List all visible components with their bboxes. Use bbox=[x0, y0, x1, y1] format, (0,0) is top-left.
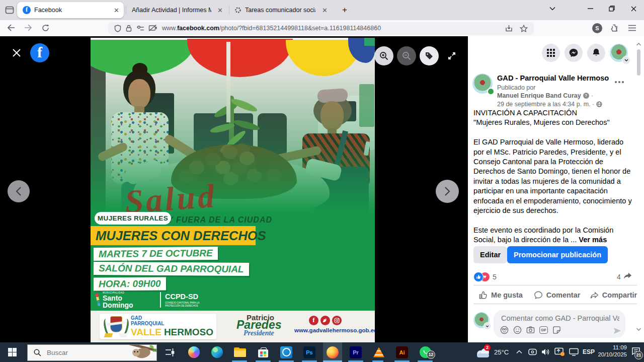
taskbar-search-box[interactable] bbox=[27, 344, 157, 361]
reaction-count[interactable]: 5 bbox=[493, 273, 497, 281]
clock-time: 11:09 bbox=[597, 344, 627, 350]
comment-input[interactable] bbox=[500, 314, 620, 323]
back-button[interactable] bbox=[7, 24, 15, 31]
file-explorer-icon[interactable] bbox=[230, 342, 250, 362]
screenshare-blocked-icon[interactable] bbox=[148, 25, 157, 32]
tray-chevron-icon[interactable] bbox=[516, 350, 522, 354]
photoshop-icon[interactable]: Ps bbox=[300, 342, 319, 362]
previous-photo-button[interactable] bbox=[8, 180, 30, 202]
emoji-icon[interactable] bbox=[513, 326, 522, 334]
extension-s-icon[interactable]: S bbox=[592, 23, 602, 33]
temperature-label[interactable]: 25°C bbox=[494, 348, 509, 356]
scrollbar-down-icon[interactable] bbox=[636, 327, 641, 331]
screen-cast-icon[interactable] bbox=[554, 347, 565, 356]
zoom-out-icon[interactable] bbox=[397, 46, 416, 65]
edit-button[interactable]: Editar bbox=[473, 246, 507, 263]
edge-icon[interactable] bbox=[207, 342, 226, 362]
notifications-bell-icon[interactable] bbox=[587, 44, 605, 62]
tab-list-chevron-icon[interactable] bbox=[542, 0, 562, 17]
scrollbar-up-icon[interactable] bbox=[636, 42, 641, 46]
tab-informes[interactable]: Añadir Actividad | Informes Mensua ✕ bbox=[126, 2, 227, 18]
tab-close-icon[interactable]: ✕ bbox=[317, 7, 332, 14]
url-text[interactable]: www.facebook.com/photo/?fbid=68135214499… bbox=[162, 25, 381, 32]
outlook-icon[interactable] bbox=[277, 342, 296, 362]
camera-icon[interactable] bbox=[526, 326, 535, 334]
post-options-icon[interactable] bbox=[618, 81, 620, 83]
comment-button[interactable]: Comentar bbox=[530, 287, 584, 303]
tab-facebook[interactable]: f Facebook ✕ bbox=[17, 2, 124, 18]
comment-composer[interactable]: GIF bbox=[494, 310, 625, 338]
fullscreen-icon[interactable] bbox=[442, 46, 461, 65]
copilot-icon[interactable] bbox=[184, 342, 203, 362]
reload-button[interactable] bbox=[42, 24, 49, 32]
venue-strip: SALÓN DEL GAD PARROQUIAL bbox=[94, 262, 249, 276]
like-button[interactable]: Me gusta bbox=[473, 287, 528, 303]
apps-grid-icon[interactable] bbox=[542, 44, 560, 62]
firefox-icon[interactable] bbox=[323, 342, 342, 362]
share-button[interactable]: Compartir bbox=[586, 287, 640, 303]
tab-close-icon[interactable]: ✕ bbox=[109, 7, 124, 14]
search-input[interactable] bbox=[46, 348, 113, 357]
next-photo-button[interactable] bbox=[436, 180, 459, 203]
see-more-link[interactable]: Ver más bbox=[579, 236, 607, 244]
promote-button[interactable]: Promocionar publicación bbox=[507, 246, 608, 263]
gif-icon[interactable]: GIF bbox=[539, 326, 548, 334]
share-count[interactable]: 4 bbox=[617, 273, 621, 281]
volume-icon[interactable] bbox=[541, 348, 550, 356]
share-label: Compartir bbox=[602, 291, 637, 299]
lock-icon[interactable] bbox=[126, 25, 132, 32]
messenger-icon[interactable] bbox=[565, 44, 583, 62]
santo-domingo-logo: MUNICIPALIDAD Santo Domingo bbox=[97, 292, 157, 309]
minimize-button[interactable] bbox=[580, 0, 600, 17]
logo-divider bbox=[160, 292, 161, 308]
date-strip: MARTES 7 DE OCTUBRE bbox=[94, 247, 218, 261]
restore-button[interactable] bbox=[602, 0, 622, 17]
forward-button[interactable] bbox=[24, 24, 32, 31]
premiere-icon[interactable]: Pr bbox=[346, 342, 365, 362]
avatar-sticker-icon[interactable] bbox=[500, 326, 509, 334]
send-icon[interactable] bbox=[613, 327, 621, 334]
taskbar-clock[interactable]: 11:09 20/10/2025 bbox=[597, 344, 627, 357]
scrollbar-thumb[interactable] bbox=[637, 49, 640, 76]
search-highlight-sloth bbox=[126, 345, 156, 360]
vlc-icon[interactable] bbox=[369, 342, 388, 362]
menu-hamburger-icon[interactable] bbox=[628, 25, 636, 31]
page-name[interactable]: GAD - Parroquial Valle Hermoso bbox=[497, 74, 609, 82]
firefox-view-icon[interactable] bbox=[5, 5, 15, 15]
sticker-icon[interactable] bbox=[552, 326, 561, 334]
like-reaction-icon[interactable] bbox=[473, 272, 484, 282]
composer-avatar-chevron-icon[interactable] bbox=[484, 322, 491, 330]
microsoft-store-icon[interactable] bbox=[254, 342, 273, 362]
new-tab-button[interactable]: + bbox=[338, 4, 351, 17]
gad-lockup: GAD PARROQUIAL VALLEHERMOSO bbox=[131, 315, 213, 338]
tab-divider bbox=[126, 6, 126, 15]
tab-close-icon[interactable]: ✕ bbox=[213, 7, 227, 14]
post-timestamp[interactable]: 29 de septiembre a las 4:34 p. m. · bbox=[497, 101, 594, 108]
shield-icon[interactable] bbox=[114, 25, 121, 32]
weather-icon[interactable]: 2 bbox=[476, 346, 491, 358]
publisher-name[interactable]: Manuel Enrique Band Curay bbox=[497, 92, 581, 99]
tab-tareas[interactable]: Tareas comunicador social GAD ✕ bbox=[229, 2, 332, 18]
notification-center-icon[interactable]: 21 bbox=[631, 347, 642, 357]
close-window-button[interactable] bbox=[623, 0, 643, 17]
extensions-puzzle-icon[interactable] bbox=[610, 24, 618, 32]
whatsapp-icon[interactable]: 12 bbox=[416, 342, 435, 362]
close-viewer-icon[interactable] bbox=[12, 48, 21, 57]
bookmark-star-icon[interactable] bbox=[520, 25, 528, 32]
language-indicator[interactable]: ESP bbox=[583, 348, 595, 355]
tag-photo-icon[interactable] bbox=[420, 46, 439, 65]
network-display-icon[interactable] bbox=[569, 348, 579, 356]
save-page-icon[interactable] bbox=[505, 25, 513, 32]
snip-tool-icon[interactable] bbox=[528, 348, 537, 356]
profile-chevron-icon[interactable] bbox=[622, 56, 630, 64]
permissions-icon[interactable] bbox=[136, 25, 144, 31]
zoom-in-icon[interactable] bbox=[374, 46, 393, 65]
start-button[interactable] bbox=[3, 342, 22, 362]
task-view-icon[interactable] bbox=[160, 342, 180, 362]
globe-privacy-icon bbox=[596, 101, 602, 107]
url-bar[interactable]: www.facebook.com/photo/?fbid=68135214499… bbox=[108, 22, 534, 35]
illustrator-icon[interactable]: Ai bbox=[392, 342, 412, 362]
facebook-logo[interactable]: f bbox=[30, 43, 49, 62]
photo-poster[interactable]: Salud RO Y FUERA DE LA CIUDAD MUJERES RU… bbox=[91, 38, 375, 342]
divider bbox=[473, 285, 637, 285]
